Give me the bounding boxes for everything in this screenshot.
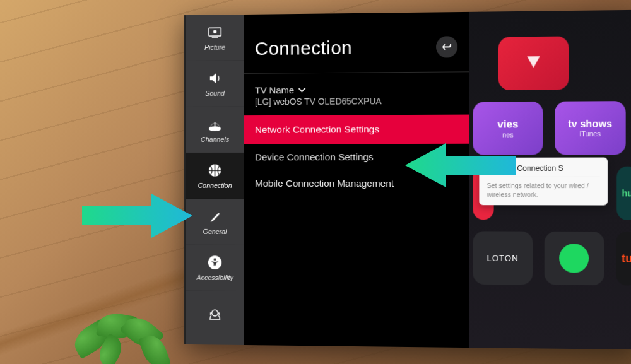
menu-item-label: Mobile Connection Management [255, 178, 394, 189]
svg-point-6 [212, 310, 218, 316]
connection-icon [206, 162, 224, 179]
app-tile-hulu[interactable]: hu [617, 167, 631, 220]
app-tile[interactable] [498, 36, 569, 90]
app-label: LOTON [487, 253, 518, 262]
sidebar-label: Accessibility [196, 274, 233, 281]
settings-sidebar: Picture Sound Channels Connection Genera… [186, 15, 244, 345]
app-tile-spotify[interactable] [544, 232, 604, 285]
sidebar-item-general[interactable]: General [186, 199, 244, 245]
tooltip-title: Network Connection S [487, 164, 600, 177]
general-icon [206, 208, 224, 225]
panel-body: TV Name [LG] webOS TV OLED65CXPUA Networ… [244, 71, 469, 197]
chevron-down-icon [298, 87, 307, 93]
settings-panel: Connection TV Name [LG] webOS TV OLED65C… [244, 12, 469, 348]
sidebar-label: Channels [201, 136, 229, 143]
sidebar-item-picture[interactable]: Picture [186, 15, 244, 61]
tv-screen: vies nes tv shows iTunes F hu LOTON tu [184, 10, 631, 349]
app-sublabel: nes [502, 131, 514, 138]
back-icon [441, 42, 452, 52]
app-label: tv shows [568, 119, 612, 130]
spotify-icon [559, 244, 589, 273]
sidebar-label: Picture [204, 44, 225, 51]
sidebar-item-channels[interactable]: Channels [186, 107, 244, 153]
sidebar-label: General [203, 228, 227, 235]
sidebar-item-accessibility[interactable]: Accessibility [186, 245, 244, 291]
tooltip-description: Set settings related to your wired / wir… [487, 181, 600, 199]
tooltip-popup: Network Connection S Set settings relate… [479, 158, 607, 206]
plant-decoration [60, 288, 199, 364]
support-icon [206, 306, 224, 322]
app-tile-tubi[interactable]: tu [616, 232, 631, 285]
app-sublabel: iTunes [580, 130, 601, 138]
sidebar-label: Sound [205, 90, 225, 97]
app-label: hu [622, 188, 631, 198]
app-tile-movies[interactable]: vies nes [473, 102, 543, 155]
app-label: tu [622, 252, 631, 265]
menu-item-mobile-connection[interactable]: Mobile Connection Management [255, 170, 457, 197]
menu-item-device-connection[interactable]: Device Connection Settings [255, 144, 457, 170]
channels-icon [206, 116, 224, 132]
menu-item-label: Device Connection Settings [255, 151, 374, 162]
sidebar-label: Connection [198, 182, 232, 189]
tv-name-row[interactable]: TV Name [255, 83, 457, 95]
back-button[interactable] [436, 36, 457, 57]
sidebar-item-support[interactable] [186, 291, 244, 338]
tv-name-value: [LG] webOS TV OLED65CXPUA [255, 96, 457, 107]
panel-header: Connection [244, 36, 469, 73]
app-tile-peloton[interactable]: LOTON [473, 231, 533, 285]
sidebar-item-connection[interactable]: Connection [186, 153, 244, 199]
accessibility-icon [206, 254, 224, 271]
tv-name-label: TV Name [255, 85, 294, 95]
app-label: vies [497, 118, 519, 131]
app-tile-tvshows[interactable]: tv shows iTunes [555, 101, 626, 155]
sound-icon [206, 70, 224, 86]
menu-item-network-connection[interactable]: Network Connection Settings [244, 115, 469, 144]
svg-point-2 [209, 127, 220, 131]
panel-title: Connection [255, 37, 352, 59]
picture-icon [206, 24, 224, 40]
sidebar-item-sound[interactable]: Sound [186, 61, 244, 107]
svg-point-5 [214, 258, 216, 261]
menu-item-label: Network Connection Settings [255, 124, 379, 135]
svg-point-1 [214, 30, 216, 33]
